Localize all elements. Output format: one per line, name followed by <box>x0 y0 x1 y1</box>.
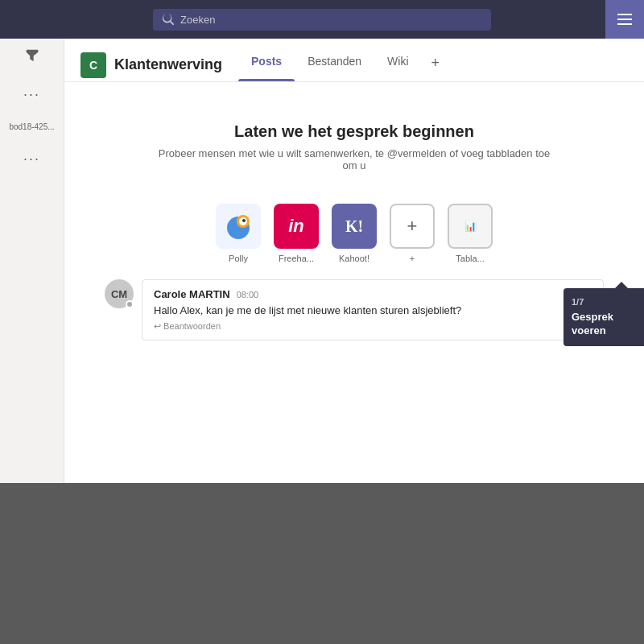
message-header: Carole MARTIN 08:00 <box>154 288 592 300</box>
app-polly[interactable]: Polly <box>216 204 261 263</box>
tooltip-triangle <box>615 282 628 288</box>
add-tab-button[interactable]: + <box>422 48 450 81</box>
channel-title: Klantenwerving <box>114 56 222 73</box>
message-item: CM Carole MARTIN 08:00 Hallo Alex, kan j… <box>105 279 604 341</box>
message-thread: CM Carole MARTIN 08:00 Hallo Alex, kan j… <box>105 279 604 350</box>
sidebar-item-1[interactable]: ··· <box>23 86 40 103</box>
tab-posts[interactable]: Posts <box>238 48 295 81</box>
search-placeholder: Zoeken <box>180 14 215 26</box>
tab-wiki[interactable]: Wiki <box>374 48 421 81</box>
bottom-bar <box>0 483 644 644</box>
welcome-title: Laten we het gesprek beginnen <box>80 122 628 141</box>
app-icons-row: Polly in Freeha... K! Kahoot! + <box>216 204 493 263</box>
svg-point-3 <box>242 219 246 222</box>
welcome-subtitle: Probeer mensen met wie u wilt samenwerke… <box>153 147 555 171</box>
search-bar[interactable]: Zoeken <box>153 9 491 31</box>
message-text: Hallo Alex, kan je me de lijst met nieuw… <box>154 303 592 318</box>
avatar-status-icon <box>126 300 134 308</box>
sidebar-item-channel-1[interactable]: bod18-425... <box>9 122 54 131</box>
app-add[interactable]: + + <box>390 204 435 263</box>
freehand-label: Freeha... <box>279 254 314 263</box>
channel-tabs: Posts Bestanden Wiki + <box>238 48 449 81</box>
welcome-section: Laten we het gesprek beginnen Probeer me… <box>80 122 628 171</box>
tabla-label: Tabla... <box>456 254 484 263</box>
tooltip-count: 1/7 <box>572 296 636 308</box>
polly-icon <box>216 204 261 249</box>
hamburger-icon <box>617 14 632 25</box>
tab-bestanden[interactable]: Bestanden <box>295 48 374 81</box>
invision-icon: in <box>274 204 319 249</box>
message-avatar: CM <box>105 279 134 308</box>
message-content-box: Carole MARTIN 08:00 Hallo Alex, kan je m… <box>142 279 604 341</box>
message-reply-hint[interactable]: ↩ Beantwoorden <box>154 321 592 332</box>
message-time: 08:00 <box>237 290 259 299</box>
search-icon <box>163 14 174 25</box>
avatar-initials: CM <box>111 288 127 300</box>
add-app-icon: + <box>390 204 435 249</box>
filter-icon[interactable] <box>25 48 39 67</box>
kahoot-label: Kahoot! <box>339 254 369 263</box>
top-bar: Zoeken <box>0 0 644 39</box>
app-tabla[interactable]: 📊 Tabla... <box>448 204 493 263</box>
add-label: + <box>410 254 415 263</box>
app-freehand[interactable]: in Freeha... <box>274 204 319 263</box>
app-kahoot[interactable]: K! Kahoot! <box>332 204 377 263</box>
tooltip-text: Gesprek voeren <box>572 311 636 338</box>
tooltip-popover: 1/7 Gesprek voeren <box>564 288 644 346</box>
message-author: Carole MARTIN <box>154 288 230 300</box>
hamburger-button[interactable] <box>605 0 644 39</box>
kahoot-icon: K! <box>332 204 377 249</box>
polly-label: Polly <box>229 254 248 263</box>
channel-avatar: C <box>80 52 106 78</box>
channel-item-label-1: bod18-425... <box>9 122 54 131</box>
ellipsis-icon-2: ··· <box>23 151 40 167</box>
channel-header: C Klantenwerving Posts Bestanden Wiki + <box>64 39 644 82</box>
tabla-icon: 📊 <box>448 204 493 249</box>
ellipsis-icon-1: ··· <box>23 86 40 103</box>
sidebar-item-2[interactable]: ··· <box>23 151 40 167</box>
